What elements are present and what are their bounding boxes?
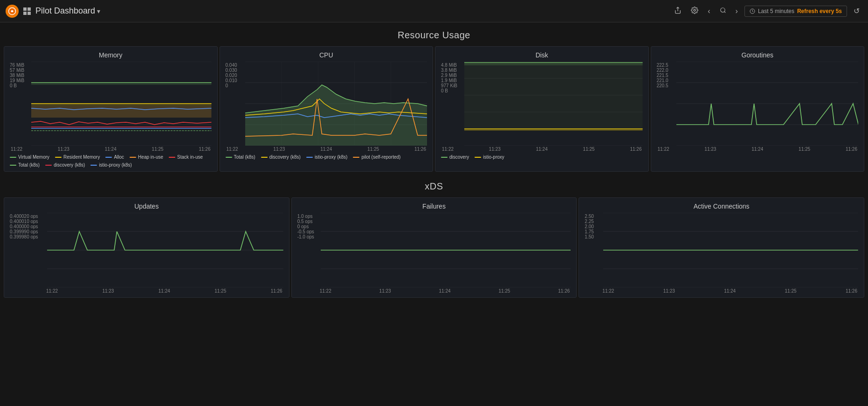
settings-button[interactable] [688, 5, 701, 18]
topbar-right: ‹ › Last 5 minutes Refresh every 5s ↺ [671, 5, 862, 18]
updates-chart [47, 213, 283, 287]
memory-chart [31, 62, 212, 146]
forward-button[interactable]: › [733, 5, 741, 17]
failures-title: Failures [297, 203, 571, 210]
resource-usage-header: Resource Usage [0, 22, 868, 44]
updates-title: Updates [10, 203, 283, 210]
goroutines-chart [676, 62, 859, 146]
cpu-chart [245, 62, 427, 146]
failures-panel: Failures 1.0 ops 0.5 ops 0 ops -0.5 ops … [291, 197, 577, 298]
time-label: Last 5 minutes [758, 8, 794, 14]
cpu-panel: CPU 0.040 0.030 0.020 0.010 0 [220, 46, 434, 172]
active-connections-chart [603, 213, 858, 287]
disk-x-labels: 11:22 11:23 11:24 11:25 11:26 [441, 147, 643, 152]
svg-marker-32 [464, 63, 643, 129]
svg-line-4 [724, 11, 725, 13]
memory-legend: Virtual Memory Resident Memory Alloc Hea… [10, 154, 212, 168]
cpu-title: CPU [226, 51, 427, 59]
disk-chart [464, 62, 643, 146]
svg-point-2 [694, 9, 696, 11]
xds-header: xDS [0, 174, 868, 196]
active-connections-panel: Active Connections 2.50 2.25 2.00 1.75 1… [579, 197, 864, 298]
svg-marker-13 [31, 106, 212, 118]
topbar: Pilot Dashboard ▾ ‹ › Last 5 minutes Ref… [0, 0, 868, 22]
cpu-x-labels: 11:22 11:23 11:24 11:25 11:26 [226, 147, 427, 152]
xds-panels-row: Updates 0.400020 ops 0.400010 ops 0.4000… [0, 196, 868, 300]
memory-title: Memory [10, 51, 212, 59]
disk-legend: discovery istio-proxy [441, 154, 643, 160]
active-connections-title: Active Connections [585, 203, 858, 210]
dashboard-dropdown[interactable]: ▾ [97, 7, 100, 15]
svg-point-3 [720, 7, 724, 12]
memory-x-labels: 11:22 11:23 11:24 11:25 11:26 [10, 147, 212, 152]
goroutines-panel: Goroutines 222.5 222.0 221.5 221.0 220.5 [651, 46, 865, 172]
time-range-info[interactable]: Last 5 minutes Refresh every 5s [744, 6, 847, 17]
dashboard-title: Pilot Dashboard ▾ [35, 6, 100, 16]
search-button[interactable] [717, 5, 729, 17]
disk-panel: Disk 4.8 MiB 3.8 MiB 2.9 MiB 1.9 MiB 977… [435, 46, 649, 172]
memory-panel: Memory 76 MiB 57 MiB 38 MiB 19 MiB 0 B [4, 46, 218, 172]
goroutines-x-labels: 11:22 11:23 11:24 11:25 11:26 [657, 147, 859, 152]
failures-x-labels: 11:22 11:23 11:24 11:25 11:26 [297, 288, 571, 294]
disk-title: Disk [441, 51, 643, 59]
back-button[interactable]: ‹ [705, 5, 713, 17]
updates-panel: Updates 0.400020 ops 0.400010 ops 0.4000… [4, 197, 289, 298]
updates-x-labels: 11:22 11:23 11:24 11:25 11:26 [10, 288, 283, 294]
grafana-logo [6, 5, 19, 18]
active-connections-x-labels: 11:22 11:23 11:24 11:25 11:26 [585, 288, 858, 294]
refresh-button[interactable]: ↺ [851, 5, 862, 17]
topbar-left: Pilot Dashboard ▾ [6, 5, 100, 18]
grid-icon [23, 7, 31, 15]
resource-panels-row: Memory 76 MiB 57 MiB 38 MiB 19 MiB 0 B [0, 44, 868, 174]
cpu-legend: Total (k8s) discovery (k8s) istio-proxy … [226, 154, 427, 160]
failures-chart [321, 213, 571, 287]
refresh-label: Refresh every 5s [797, 8, 842, 14]
share-button[interactable] [671, 5, 684, 18]
goroutines-title: Goroutines [657, 51, 859, 59]
